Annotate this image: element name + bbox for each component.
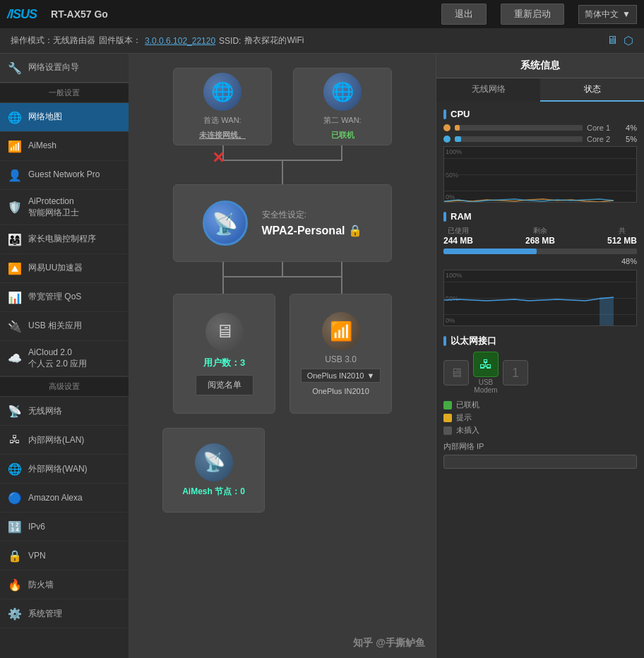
connection-error-icon: ✕ <box>212 149 225 167</box>
sidebar-item-qos[interactable]: 📊 带宽管理 QoS <box>0 283 129 312</box>
aimesh-node-label: AiMesh 节点：0 <box>182 486 245 498</box>
usb-device-selector[interactable]: OnePlus IN2010 ▼ <box>301 369 381 383</box>
mode-label: 操作模式：无线路由器 <box>11 35 95 47</box>
ram-total-col: 共 512 MB <box>607 226 637 246</box>
restart-button[interactable]: 重新启动 <box>501 4 564 25</box>
client-count-label: 用户数：3 <box>203 357 245 369</box>
sidebar-item-wan[interactable]: 🌐 外部网络(WAN) <box>0 455 129 484</box>
system-icon: ⚙️ <box>7 606 23 621</box>
tab-wireless[interactable]: 无线网络 <box>436 78 540 102</box>
ram-chart: 100% 50% 0% <box>443 270 637 326</box>
clients-box[interactable]: 🖥 用户数：3 阅览名单 <box>173 294 275 414</box>
sidebar-item-lan[interactable]: 🖧 内部网络(LAN) <box>0 426 129 455</box>
model-name: RT-AX57 Go <box>51 8 108 20</box>
legend-unplugged-dot <box>443 426 452 435</box>
legend-connected-dot <box>443 401 452 409</box>
router-box[interactable]: 📡 安全性设定: WPA2-Personal 🔒 <box>173 184 392 262</box>
cpu-core2-bar-bg <box>455 136 583 142</box>
aimesh-box-wrapper: 📡 AiMesh 节点：0 <box>162 421 265 513</box>
ram-bar-fill <box>443 249 537 254</box>
sidebar-item-aiprotection[interactable]: 🛡️ AiProtection智能网络卫士 <box>0 190 129 225</box>
sidebar-item-network-map[interactable]: 🌐 网络地图 <box>0 103 129 132</box>
eth-legend-warning: 提示 <box>443 412 637 423</box>
top-bar: /ISUS RT-AX57 Go 退出 重新启动 简体中文 ▼ <box>0 0 644 28</box>
sidebar-item-setup-wizard[interactable]: 🔧 网络设置向导 <box>0 54 129 83</box>
sidebar-item-aicloud[interactable]: ☁️ AiCloud 2.0个人云 2.0 应用 <box>0 341 129 376</box>
cpu-core2-pct: 5% <box>619 135 637 143</box>
network-map-panel: 🌐 首选 WAN: 未连接网线。 🌐 第二 WAN: 已联机 <box>129 54 436 658</box>
language-selector[interactable]: 简体中文 ▼ <box>578 5 637 24</box>
cpu-indicator <box>443 109 446 119</box>
eth-port-usb: 🖧 USBModem <box>473 352 499 394</box>
eth-port-1: 1 <box>503 360 528 385</box>
logout-button[interactable]: 退出 <box>441 4 487 25</box>
ssid-value: 撸衣探花的WiFi <box>244 35 304 47</box>
security-value: WPA2-Personal 🔒 <box>262 224 363 237</box>
guest-icon: 👤 <box>7 167 23 183</box>
usb-device-name: OnePlus IN2010 <box>312 387 369 395</box>
sidebar-item-uu-booster[interactable]: 🔼 网易UU加速器 <box>0 254 129 283</box>
sidebar-item-firewall[interactable]: 🔥 防火墙 <box>0 570 129 599</box>
internal-ip-section: 内部网络 IP <box>443 441 637 469</box>
internal-ip-label: 内部网络 IP <box>443 441 637 452</box>
sidebar-item-ipv6[interactable]: 🔢 IPv6 <box>0 513 129 542</box>
info-bar: 操作模式：无线路由器 固件版本： 3.0.0.6.102_22120 SSID:… <box>0 28 644 54</box>
sidebar-item-parental[interactable]: 👨‍👩‍👧 家长电脑控制程序 <box>0 225 129 254</box>
cpu-core2-bar-fill <box>455 136 461 142</box>
sidebar-item-vpn[interactable]: 🔒 VPN <box>0 542 129 570</box>
usb-icon[interactable]: ⬡ <box>624 34 633 47</box>
sidebar-item-system[interactable]: ⚙️ 系统管理 <box>0 599 129 628</box>
sysinfo-content: CPU Core 1 4% <box>436 102 644 658</box>
tab-status[interactable]: 状态 <box>540 78 644 102</box>
wan-icon: 🌐 <box>7 461 23 477</box>
browse-button[interactable]: 阅览名单 <box>196 375 254 395</box>
router-icon: 📡 <box>203 201 248 246</box>
eth-wan-port-icon[interactable]: 🖥 <box>443 360 469 385</box>
ram-free-col: 剩余 268 MB <box>525 226 555 246</box>
bottom-row: 🖥 用户数：3 阅览名单 📶 USB 3.0 OnePlus IN2010 ▼ <box>173 294 392 414</box>
sidebar-item-usb-apps[interactable]: 🔌 USB 相关应用 <box>0 312 129 341</box>
alexa-icon: 🔵 <box>7 490 23 506</box>
eth-ports-row: 🖥 🖧 USBModem 1 <box>443 352 637 394</box>
ram-section: RAM 已使用 244 MB 剩余 268 MB 共 5 <box>443 211 637 326</box>
legend-warning-dot <box>443 414 452 422</box>
aimesh-box[interactable]: 📡 AiMesh 节点：0 <box>162 428 265 513</box>
wan2-label: 第二 WAN: <box>323 115 361 126</box>
wan1-status[interactable]: 未连接网线。 <box>199 130 246 140</box>
chevron-down-icon: ▼ <box>622 9 631 19</box>
wan1-label: 首选 WAN: <box>203 115 241 126</box>
lan-icon: 🖧 <box>7 432 23 448</box>
monitor-icon[interactable]: 🖥 <box>607 34 618 47</box>
usb-box[interactable]: 📶 USB 3.0 OnePlus IN2010 ▼ OnePlus IN201… <box>290 294 392 414</box>
client-count-value: 3 <box>240 357 245 368</box>
system-info-panel: 系统信息 无线网络 状态 CPU <box>436 54 644 658</box>
lock-icon: 🔒 <box>348 224 362 237</box>
ram-indicator <box>443 212 446 222</box>
firmware-link[interactable]: 3.0.0.6.102_22120 <box>145 36 215 46</box>
cpu-chart-svg <box>444 147 636 202</box>
wan1-box[interactable]: 🌐 首选 WAN: 未连接网线。 <box>173 68 272 145</box>
sidebar-item-wireless[interactable]: 📡 无线网络 <box>0 397 129 426</box>
sidebar-item-aimesh[interactable]: 📶 AiMesh <box>0 132 129 161</box>
usb-label: USB 3.0 <box>325 354 357 364</box>
firmware-label: 固件版本： <box>99 35 141 47</box>
eth-port1-icon[interactable]: 1 <box>503 360 528 385</box>
ram-used-col: 已使用 244 MB <box>443 226 473 246</box>
shield-icon: 🛡️ <box>7 200 23 215</box>
family-icon: 👨‍👩‍👧 <box>7 232 23 247</box>
sidebar-item-guest-network[interactable]: 👤 Guest Network Pro <box>0 161 129 190</box>
sidebar-item-alexa[interactable]: 🔵 Amazon Alexa <box>0 484 129 513</box>
ram-chart-svg <box>444 270 636 325</box>
cpu-core1-pct: 4% <box>619 124 637 132</box>
cpu-core2-dot <box>443 136 451 143</box>
eth-port-wan: 🖥 <box>443 360 469 385</box>
boost-icon: 🔼 <box>7 261 23 276</box>
usb-apps-icon: 🔌 <box>7 318 23 334</box>
eth-title: 以太网接口 <box>443 335 637 347</box>
wan2-box[interactable]: 🌐 第二 WAN: 已联机 <box>293 68 392 145</box>
qos-icon: 📊 <box>7 289 23 305</box>
ethernet-section: 以太网接口 🖥 🖧 USBModem 1 <box>443 335 637 469</box>
eth-usb-port-icon[interactable]: 🖧 <box>473 352 499 377</box>
clients-icon: 🖥 <box>205 313 244 351</box>
fire-icon: 🔥 <box>7 577 23 592</box>
